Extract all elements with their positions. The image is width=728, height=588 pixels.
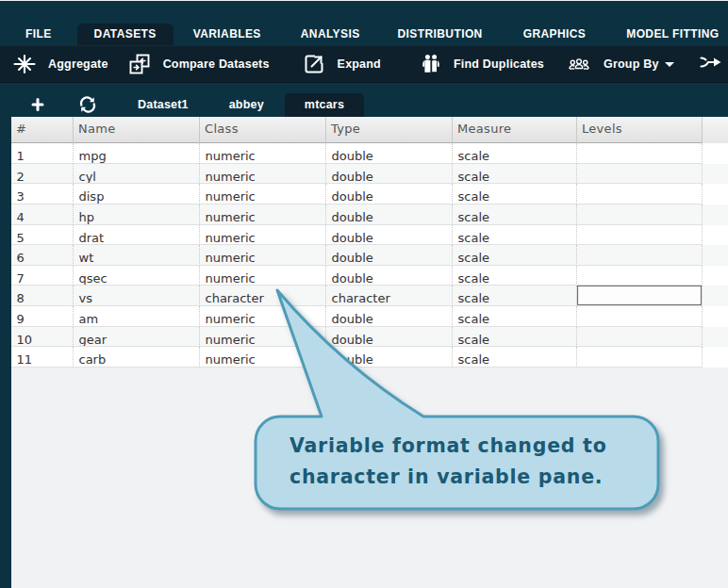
cell-hp-name[interactable]: hp [74,204,200,225]
cell-disp-name[interactable]: disp [74,184,200,204]
cell-drat-levels[interactable] [577,225,703,246]
cell-drat-measure[interactable]: scale [453,225,577,246]
menu-tab-file[interactable]: FILE [11,24,66,45]
variable-row-cyl: 2cylnumericdoublescale [11,164,728,185]
column-header-num[interactable]: # [11,117,74,143]
menu-tab-datasets[interactable]: DATASETS [77,24,174,45]
datasets-toolbar: Aggregate Compare Datasets Expand Find D… [0,45,728,83]
callout-text: Variable format changed to character in … [290,431,667,492]
cell-cyl-class[interactable]: numeric [200,164,326,185]
cell-wt-name[interactable]: wt [74,245,200,266]
menu-tab-variables[interactable]: VARIABLES [179,24,275,45]
menu-tab-analysis[interactable]: ANALYSIS [287,24,374,45]
cell-hp-levels[interactable] [577,204,703,225]
cell-vs-name[interactable]: vs [74,286,200,306]
cell-wt-measure[interactable]: scale [453,245,577,266]
cell-drat-class[interactable]: numeric [200,225,326,246]
cell-disp-levels[interactable] [577,184,703,204]
cell-qsec-rownum[interactable]: 7 [11,266,74,286]
column-header-type[interactable]: Type [326,117,453,143]
cell-carb-name[interactable]: carb [74,347,200,368]
cell-carb-rownum[interactable]: 11 [11,347,74,368]
column-header-name[interactable]: Name [74,117,200,143]
variable-row-mpg: 1mpgnumericdoublescale [11,143,728,164]
toolbar-group-by-button[interactable]: Group By [567,53,674,75]
menu-tab-distribution[interactable]: DISTRIBUTION [384,24,497,45]
cell-gear-rownum[interactable]: 10 [11,327,74,348]
compare-datasets-icon [128,53,151,75]
cell-mpg-levels[interactable] [577,143,703,164]
toolbar-compare-datasets-button[interactable]: Compare Datasets [128,53,270,75]
goto-arrow-icon[interactable] [700,51,723,77]
dataset-tabstrip: Dataset1abbeymtcars [0,83,728,117]
aggregate-icon [13,53,36,75]
column-header-measure[interactable]: Measure [453,117,577,143]
group-by-icon [567,53,591,75]
variable-row-drat: 5dratnumericdoublescale [11,225,728,246]
cell-cyl-rownum[interactable]: 2 [11,164,74,185]
cell-wt-class[interactable]: numeric [200,245,326,266]
variable-row-hp: 4hpnumericdoublescale [11,204,728,225]
cell-disp-type[interactable]: double [326,184,453,204]
add-dataset-icon[interactable] [28,83,47,117]
toolbar-label: Aggregate [48,57,108,71]
cell-wt-type[interactable]: double [326,245,453,266]
dataset-tab-dataset1[interactable]: Dataset1 [123,93,204,117]
cell-qsec-name[interactable]: qsec [74,266,200,286]
toolbar-label: Compare Datasets [163,57,270,71]
find-duplicates-icon [421,53,441,75]
callout-bubble [238,278,690,532]
window-top-highlight [0,0,728,1]
toolbar-expand-button[interactable]: Expand [303,53,381,75]
cell-disp-rownum[interactable]: 3 [11,184,74,204]
toolbar-label: Group By [604,57,659,71]
menu-tab-graphics[interactable]: GRAPHICS [509,24,601,45]
cell-cyl-measure[interactable]: scale [453,164,577,185]
cell-cyl-name[interactable]: cyl [74,164,200,185]
cell-drat-rownum[interactable]: 5 [11,225,74,246]
callout-line-2: character in variable pane. [290,462,667,493]
app-window: FILEDATASETSVARIABLESANALYSISDISTRIBUTIO… [0,0,728,588]
cell-cyl-type[interactable]: double [326,164,453,185]
toolbar-find-duplicates-button[interactable]: Find Duplicates [421,53,544,75]
column-header-class[interactable]: Class [200,117,326,143]
column-header-levels[interactable]: Levels [577,117,703,143]
dataset-tab-mtcars[interactable]: mtcars [285,93,364,117]
cell-mpg-type[interactable]: double [326,143,453,164]
cell-am-rownum[interactable]: 9 [11,306,74,327]
cell-mpg-rownum[interactable]: 1 [11,143,74,164]
variable-row-wt: 6wtnumericdoublescale [11,245,728,266]
cell-wt-rownum[interactable]: 6 [11,245,74,266]
cell-hp-rownum[interactable]: 4 [11,204,74,225]
toolbar-label: Expand [338,57,381,71]
cell-mpg-name[interactable]: mpg [74,143,200,164]
toolbar-label: Find Duplicates [454,57,544,71]
cell-gear-name[interactable]: gear [74,327,200,348]
cell-drat-name[interactable]: drat [74,225,200,246]
cell-hp-type[interactable]: double [326,204,453,225]
cell-hp-measure[interactable]: scale [453,204,577,225]
cell-disp-measure[interactable]: scale [453,184,577,204]
toolbar-aggregate-button[interactable]: Aggregate [13,53,108,75]
chevron-down-icon [665,62,674,67]
cell-mpg-class[interactable]: numeric [200,143,326,164]
cell-am-name[interactable]: am [74,306,200,327]
column-header-spacer [703,117,728,143]
cell-hp-class[interactable]: numeric [200,204,326,225]
cell-cyl-levels[interactable] [577,164,703,185]
main-menubar: FILEDATASETSVARIABLESANALYSISDISTRIBUTIO… [0,1,728,45]
cell-wt-levels[interactable] [577,245,703,266]
grid-header-row: #NameClassTypeMeasureLevels [11,117,728,143]
cell-vs-rownum[interactable]: 8 [11,286,74,306]
expand-icon [303,53,325,75]
cell-disp-class[interactable]: numeric [200,184,326,204]
refresh-icon[interactable] [78,83,97,117]
cell-mpg-measure[interactable]: scale [453,143,577,164]
callout-line-1: Variable format changed to [290,431,667,462]
menu-tab-model-fitting[interactable]: MODEL FITTING [612,24,728,45]
cell-drat-type[interactable]: double [326,225,453,246]
variable-row-disp: 3dispnumericdoublescale [11,184,728,204]
dataset-tab-abbey[interactable]: abbey [214,93,279,117]
